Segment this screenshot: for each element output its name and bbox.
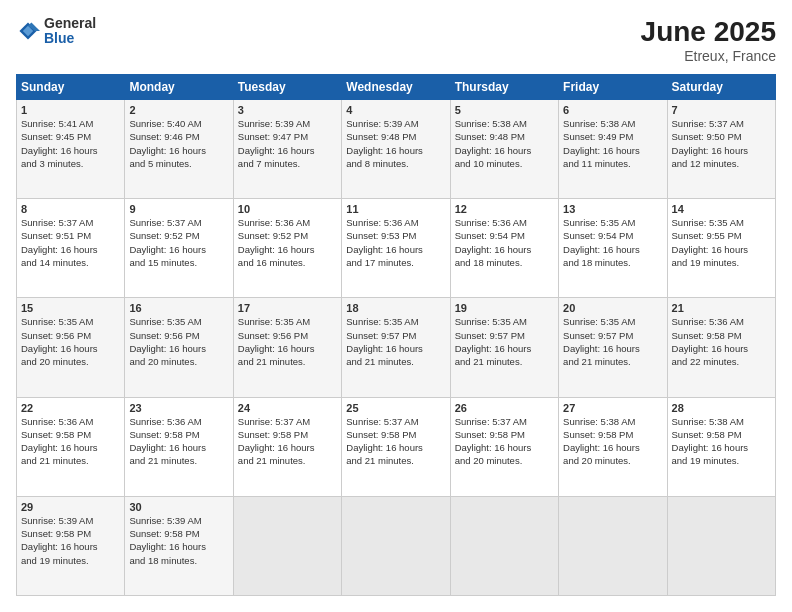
- sunrise-label: Sunrise: 5:38 AM: [563, 416, 635, 427]
- day-number: 7: [672, 104, 771, 116]
- daylight-label: Daylight: 16 hours: [238, 145, 315, 156]
- sunset-label: Sunset: 9:58 PM: [21, 429, 91, 440]
- daylight-detail: and 21 minutes.: [238, 356, 306, 367]
- calendar-cell: 24 Sunrise: 5:37 AM Sunset: 9:58 PM Dayl…: [233, 397, 341, 496]
- calendar-cell: 9 Sunrise: 5:37 AM Sunset: 9:52 PM Dayli…: [125, 199, 233, 298]
- sunset-label: Sunset: 9:56 PM: [238, 330, 308, 341]
- logo: General Blue: [16, 16, 96, 47]
- daylight-label: Daylight: 16 hours: [672, 343, 749, 354]
- sunset-label: Sunset: 9:47 PM: [238, 131, 308, 142]
- calendar-cell: 1 Sunrise: 5:41 AM Sunset: 9:45 PM Dayli…: [17, 100, 125, 199]
- daylight-label: Daylight: 16 hours: [238, 442, 315, 453]
- daylight-detail: and 5 minutes.: [129, 158, 191, 169]
- day-info: Sunrise: 5:35 AM Sunset: 9:54 PM Dayligh…: [563, 216, 662, 269]
- sunset-label: Sunset: 9:58 PM: [672, 429, 742, 440]
- calendar-cell: [667, 496, 775, 595]
- calendar-cell: 12 Sunrise: 5:36 AM Sunset: 9:54 PM Dayl…: [450, 199, 558, 298]
- day-info: Sunrise: 5:35 AM Sunset: 9:55 PM Dayligh…: [672, 216, 771, 269]
- calendar-cell: 8 Sunrise: 5:37 AM Sunset: 9:51 PM Dayli…: [17, 199, 125, 298]
- daylight-detail: and 15 minutes.: [129, 257, 197, 268]
- daylight-label: Daylight: 16 hours: [455, 343, 532, 354]
- page: General Blue June 2025 Etreux, France Su…: [0, 0, 792, 612]
- column-header-friday: Friday: [559, 75, 667, 100]
- daylight-label: Daylight: 16 hours: [563, 244, 640, 255]
- day-info: Sunrise: 5:38 AM Sunset: 9:58 PM Dayligh…: [563, 415, 662, 468]
- daylight-label: Daylight: 16 hours: [129, 442, 206, 453]
- sunset-label: Sunset: 9:58 PM: [238, 429, 308, 440]
- sunset-label: Sunset: 9:50 PM: [672, 131, 742, 142]
- sunrise-label: Sunrise: 5:38 AM: [563, 118, 635, 129]
- daylight-detail: and 19 minutes.: [672, 257, 740, 268]
- calendar-cell: 11 Sunrise: 5:36 AM Sunset: 9:53 PM Dayl…: [342, 199, 450, 298]
- logo-icon: [16, 19, 40, 43]
- calendar-cell: 18 Sunrise: 5:35 AM Sunset: 9:57 PM Dayl…: [342, 298, 450, 397]
- daylight-detail: and 12 minutes.: [672, 158, 740, 169]
- daylight-detail: and 18 minutes.: [129, 555, 197, 566]
- daylight-detail: and 16 minutes.: [238, 257, 306, 268]
- calendar-cell: 28 Sunrise: 5:38 AM Sunset: 9:58 PM Dayl…: [667, 397, 775, 496]
- sunset-label: Sunset: 9:51 PM: [21, 230, 91, 241]
- daylight-detail: and 21 minutes.: [346, 455, 414, 466]
- title-area: June 2025 Etreux, France: [641, 16, 776, 64]
- daylight-label: Daylight: 16 hours: [346, 244, 423, 255]
- calendar-cell: 30 Sunrise: 5:39 AM Sunset: 9:58 PM Dayl…: [125, 496, 233, 595]
- daylight-label: Daylight: 16 hours: [346, 343, 423, 354]
- day-info: Sunrise: 5:38 AM Sunset: 9:49 PM Dayligh…: [563, 117, 662, 170]
- day-info: Sunrise: 5:39 AM Sunset: 9:48 PM Dayligh…: [346, 117, 445, 170]
- day-info: Sunrise: 5:39 AM Sunset: 9:58 PM Dayligh…: [21, 514, 120, 567]
- sunset-label: Sunset: 9:58 PM: [346, 429, 416, 440]
- sunrise-label: Sunrise: 5:36 AM: [129, 416, 201, 427]
- calendar-cell: 27 Sunrise: 5:38 AM Sunset: 9:58 PM Dayl…: [559, 397, 667, 496]
- header: General Blue June 2025 Etreux, France: [16, 16, 776, 64]
- sunset-label: Sunset: 9:58 PM: [21, 528, 91, 539]
- sunset-label: Sunset: 9:58 PM: [672, 330, 742, 341]
- main-title: June 2025: [641, 16, 776, 48]
- sunset-label: Sunset: 9:57 PM: [346, 330, 416, 341]
- daylight-detail: and 8 minutes.: [346, 158, 408, 169]
- daylight-detail: and 19 minutes.: [672, 455, 740, 466]
- day-number: 8: [21, 203, 120, 215]
- daylight-label: Daylight: 16 hours: [672, 244, 749, 255]
- daylight-label: Daylight: 16 hours: [238, 244, 315, 255]
- day-number: 2: [129, 104, 228, 116]
- day-number: 3: [238, 104, 337, 116]
- sunrise-label: Sunrise: 5:38 AM: [455, 118, 527, 129]
- day-info: Sunrise: 5:37 AM Sunset: 9:58 PM Dayligh…: [238, 415, 337, 468]
- sunrise-label: Sunrise: 5:41 AM: [21, 118, 93, 129]
- calendar-table: SundayMondayTuesdayWednesdayThursdayFrid…: [16, 74, 776, 596]
- sunset-label: Sunset: 9:56 PM: [129, 330, 199, 341]
- daylight-label: Daylight: 16 hours: [672, 442, 749, 453]
- sunrise-label: Sunrise: 5:37 AM: [346, 416, 418, 427]
- day-number: 20: [563, 302, 662, 314]
- daylight-label: Daylight: 16 hours: [563, 442, 640, 453]
- calendar-cell: [233, 496, 341, 595]
- calendar-cell: 16 Sunrise: 5:35 AM Sunset: 9:56 PM Dayl…: [125, 298, 233, 397]
- day-number: 13: [563, 203, 662, 215]
- sunrise-label: Sunrise: 5:39 AM: [346, 118, 418, 129]
- day-info: Sunrise: 5:36 AM Sunset: 9:58 PM Dayligh…: [672, 315, 771, 368]
- sunset-label: Sunset: 9:52 PM: [238, 230, 308, 241]
- daylight-label: Daylight: 16 hours: [21, 541, 98, 552]
- column-header-monday: Monday: [125, 75, 233, 100]
- sunrise-label: Sunrise: 5:36 AM: [455, 217, 527, 228]
- sunset-label: Sunset: 9:58 PM: [129, 429, 199, 440]
- column-header-wednesday: Wednesday: [342, 75, 450, 100]
- day-info: Sunrise: 5:39 AM Sunset: 9:58 PM Dayligh…: [129, 514, 228, 567]
- day-info: Sunrise: 5:38 AM Sunset: 9:58 PM Dayligh…: [672, 415, 771, 468]
- daylight-detail: and 18 minutes.: [563, 257, 631, 268]
- day-number: 6: [563, 104, 662, 116]
- daylight-detail: and 14 minutes.: [21, 257, 89, 268]
- day-number: 18: [346, 302, 445, 314]
- calendar-cell: 17 Sunrise: 5:35 AM Sunset: 9:56 PM Dayl…: [233, 298, 341, 397]
- sunrise-label: Sunrise: 5:36 AM: [238, 217, 310, 228]
- logo-text: General Blue: [44, 16, 96, 47]
- daylight-detail: and 21 minutes.: [21, 455, 89, 466]
- daylight-detail: and 10 minutes.: [455, 158, 523, 169]
- daylight-detail: and 7 minutes.: [238, 158, 300, 169]
- calendar-cell: 26 Sunrise: 5:37 AM Sunset: 9:58 PM Dayl…: [450, 397, 558, 496]
- column-header-tuesday: Tuesday: [233, 75, 341, 100]
- daylight-label: Daylight: 16 hours: [455, 442, 532, 453]
- column-header-saturday: Saturday: [667, 75, 775, 100]
- day-info: Sunrise: 5:37 AM Sunset: 9:50 PM Dayligh…: [672, 117, 771, 170]
- day-number: 5: [455, 104, 554, 116]
